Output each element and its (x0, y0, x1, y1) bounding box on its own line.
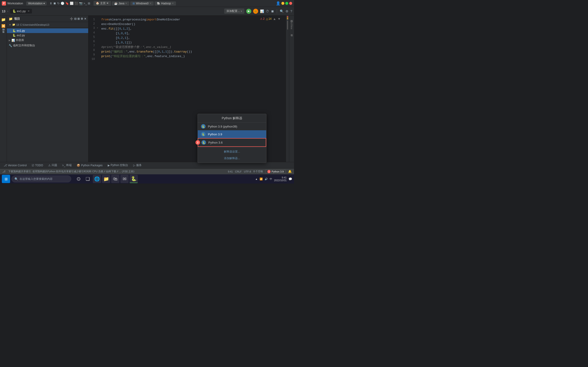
user-icon[interactable]: 👤 (276, 1, 280, 6)
taskbar-search-text: 在这里输入您要搜索的内容 (19, 177, 52, 181)
add-file-icon[interactable]: ➕ (70, 17, 73, 20)
help-icon[interactable]: ? (290, 9, 292, 13)
interpreter-label-1: Python 3.9 (python39) (208, 125, 237, 128)
project-expand-icon[interactable]: 📁 (9, 17, 13, 21)
notification-icon[interactable]: 🔔 (288, 170, 292, 173)
todo-tab[interactable]: ☑ TODO (30, 163, 44, 167)
tray-network-icon[interactable]: 📶 (259, 177, 263, 181)
expand-icon[interactable]: ⬛ (74, 2, 78, 5)
interpreter-label-3: Python 3.6 (208, 141, 223, 144)
tray-expand-icon[interactable]: ▲ (255, 177, 258, 180)
python-console-tab[interactable]: ▶ Python 控制台 (106, 163, 130, 168)
run-config-btn[interactable]: 添加配置... ▾ (224, 8, 244, 14)
workstation-dropdown[interactable]: Workstation ▾ (26, 1, 46, 6)
stop-run-icon[interactable]: ⏹ (271, 9, 274, 13)
services-tab[interactable]: ▷ 服务 (132, 163, 143, 168)
status-spaces[interactable]: 8 个空格 (253, 170, 263, 173)
project-tree: 🐍 ex1.py 🐍 ex2.py ▶ 📊 外部库 🔧 临时文件和控制台 (7, 27, 88, 162)
expand-all-icon[interactable]: ⊞ (78, 17, 80, 20)
taskbar-app-edge[interactable]: 🌐 (93, 175, 101, 183)
settings-icon[interactable]: ⚙ (285, 9, 288, 13)
java-tab[interactable]: ☕ Java ✕ (112, 1, 129, 6)
temp-icon: 🔧 (9, 44, 12, 47)
file-tab-close-btn[interactable]: ✕ (27, 10, 30, 13)
toolbar-icons: ⏸ ⏹ ↻ 🕐 🔖 ⬜ ⬛ 📷 >_ ⊞ (49, 2, 90, 5)
coverage-icon[interactable]: 📊 (260, 9, 264, 13)
tray-lang-icon[interactable]: 中 (270, 177, 272, 181)
taskbar-search-icon: 🔍 (15, 177, 18, 181)
tree-item-ex2[interactable]: 🐍 ex2.py (7, 33, 88, 38)
taskbar-app-files[interactable]: 📁 (102, 175, 110, 183)
stop-icon[interactable]: ⏹ (53, 2, 56, 5)
interpreter-item-python39[interactable]: 🐍 Python 3.9 (python39) (198, 123, 266, 130)
hadoop-tab-close[interactable]: ✕ (172, 2, 174, 5)
nav-down-arrow[interactable]: ▼ (277, 17, 281, 21)
windows0-tab-close[interactable]: ✕ (149, 2, 151, 5)
taskbar-app-store[interactable]: 🛍 (111, 175, 120, 183)
commit-icon[interactable]: 🔀 (1, 24, 5, 28)
tree-item-external[interactable]: ▶ 📊 外部库 (7, 38, 88, 43)
refresh-icon[interactable]: ↻ (57, 2, 60, 5)
gear-icon[interactable]: ⚙ (81, 17, 83, 20)
interpreter-settings-link[interactable]: 解释器设置... (198, 148, 266, 156)
store-icon: 🛍 (113, 176, 118, 182)
scrollbar-thumb[interactable] (287, 20, 288, 30)
maximize-btn[interactable] (285, 2, 288, 5)
collapse-icon[interactable]: ⊟ (74, 17, 77, 20)
history-icon[interactable]: 🕐 (61, 2, 64, 5)
structure-right-icon[interactable]: 结构 (290, 17, 294, 19)
nav-up-arrow[interactable]: ▲ (273, 17, 276, 21)
java-tab-close[interactable]: ✕ (125, 2, 127, 5)
taskbar-app-mail[interactable]: ✉ (120, 175, 129, 183)
bookmark-icon[interactable]: 🔖 (65, 2, 69, 5)
interpreter-item-python39-active[interactable]: 🐍 Python 3.9 (198, 130, 266, 138)
taskbar-app-cortana[interactable]: ⊙ (74, 175, 83, 183)
windows0-tab[interactable]: ⊞ Windows0 ✕ (130, 1, 153, 6)
windows0-tab-icon: ⊞ (132, 2, 135, 5)
tree-item-ex1[interactable]: 🐍 ex1.py (7, 28, 88, 33)
interpreter-item-python36[interactable]: 2 🐍 Python 3.6 (198, 138, 266, 147)
code-line-4: [1,0,0], (101, 31, 285, 36)
notification-btn[interactable]: 💬 (288, 177, 292, 181)
taskbar-app-pycharm[interactable]: 🐍 (130, 175, 138, 183)
tree-item-temp[interactable]: 🔧 临时文件和控制台 (7, 43, 88, 48)
bookmarks-right-icon[interactable]: 书签 (290, 31, 294, 34)
python-packages-tab[interactable]: 📦 Python Packages (75, 163, 104, 167)
debug-btn[interactable]: 🐛 (253, 9, 258, 14)
profile-icon[interactable]: ⏱ (266, 9, 269, 13)
workstation-label: Workstation (28, 2, 43, 5)
version-control-tab[interactable]: ⎇ Version Control (2, 163, 28, 167)
python-version-display[interactable]: 1 Python 3.9 (265, 169, 286, 174)
home-tab[interactable]: 🏠 主页 ✕ (94, 1, 111, 6)
layout2-icon[interactable]: ⊞ (88, 2, 90, 5)
start-button[interactable]: ⊞ (2, 175, 10, 183)
python39-icon: 🐍 (201, 124, 206, 129)
screenshot-icon[interactable]: 📷 (79, 2, 83, 5)
layout-icon[interactable]: ⬜ (70, 2, 73, 5)
minimize-btn[interactable] (281, 2, 284, 5)
add-link-label: 添加解释器... (224, 157, 240, 160)
close-btn[interactable] (289, 2, 292, 5)
tray-volume-icon[interactable]: 🔊 (265, 177, 268, 181)
hide-icon[interactable]: ✕ (84, 17, 86, 20)
main-toolbar: 13 › 🐍 ex1.py ✕ 添加配置... ▾ ▶ 🐛 📊 ⏱ ⏹ 🔍 ⚙ … (0, 7, 294, 16)
run-config-arrow: ▾ (241, 10, 242, 13)
interpreter-add-link[interactable]: 添加解释器... (198, 156, 266, 163)
file-tab-active[interactable]: 🐍 ex1.py ✕ (10, 9, 32, 14)
status-bar: ⎇ 下载预构建共享索引: 使用预构建的Python 软件包共享索引减少索引时间和… (0, 168, 294, 174)
temp-label: 临时文件和控制台 (13, 44, 35, 48)
status-charset[interactable]: UTF-8 (244, 170, 251, 173)
hadoop-tab[interactable]: 🐘 Hadoop ✕ (155, 1, 176, 6)
search-icon[interactable]: 🔍 (280, 9, 284, 13)
sciview-icon[interactable]: SciView (290, 20, 293, 31)
ex2-label: ex2.py (17, 34, 25, 37)
taskbar-search[interactable]: 🔍 在这里输入您要搜索的内容 (11, 175, 71, 182)
project-icon[interactable]: 📁 (1, 17, 6, 22)
problems-tab[interactable]: ⚠ 问题 (47, 163, 59, 168)
status-crlf[interactable]: CRLF (235, 170, 242, 173)
run-btn[interactable]: ▶ (246, 9, 251, 14)
terminal-tab[interactable]: >_ 终端 (61, 163, 73, 168)
taskbar-app-taskview[interactable]: ❑ (84, 175, 92, 183)
pause-icon[interactable]: ⏸ (49, 2, 52, 5)
terminal-icon[interactable]: >_ (84, 2, 87, 5)
